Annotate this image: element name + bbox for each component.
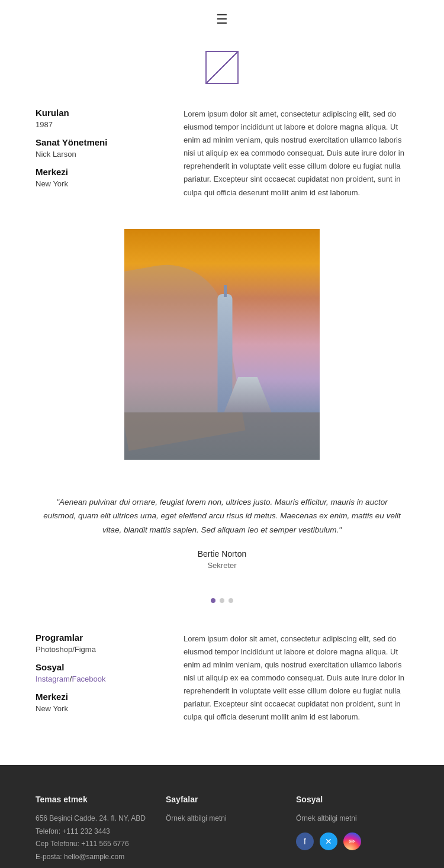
footer-address-line3: Cep Telefonu: +111 565 6776: [36, 838, 148, 851]
footer-address-line1: 656 Beşinci Cadde. 24. fl. NY, ABD: [36, 812, 148, 825]
info-section-1: Kurulan 1987 Sanat Yönetmeni Nick Larson…: [0, 96, 444, 217]
city-image: [124, 229, 320, 460]
quote-author: Bertie Norton: [41, 549, 403, 559]
founded-value: 1987: [36, 120, 166, 129]
image-section: [0, 217, 444, 477]
social-label: Sosyal: [36, 662, 166, 672]
footer-address-line2: Telefon: +111 232 3443: [36, 825, 148, 838]
facebook-icon[interactable]: f: [296, 832, 314, 850]
footer-pages-title: Sayfalar: [166, 795, 278, 804]
hamburger-icon[interactable]: ☰: [216, 12, 228, 27]
footer-social-title: Sosyal: [296, 795, 408, 804]
header: ☰: [0, 0, 444, 33]
footer-col-contact: Temas etmek 656 Beşinci Cadde. 24. fl. N…: [36, 795, 148, 863]
city-image-inner: [124, 229, 320, 460]
footer-social-icons: f ✕ ✏: [296, 832, 408, 850]
footer-col-social: Sosyal Örnek altbilgi metni f ✕ ✏: [296, 795, 408, 863]
info-left-1: Kurulan 1987 Sanat Yönetmeni Nick Larson…: [36, 108, 166, 199]
quote-text: "Aenean pulvinar dui ornare, feugiat lor…: [41, 495, 403, 537]
info-section-2: Programlar Photoshop/Figma Sosyal Instag…: [0, 621, 444, 742]
info-left-2: Programlar Photoshop/Figma Sosyal Instag…: [36, 633, 166, 724]
footer-address: 656 Beşinci Cadde. 24. fl. NY, ABD Telef…: [36, 812, 148, 863]
info-description-2: Lorem ipsum dolor sit amet, consectetur …: [184, 633, 408, 724]
quote-section: "Aenean pulvinar dui ornare, feugiat lor…: [0, 477, 444, 592]
programs-value: Photoshop/Figma: [36, 645, 166, 654]
art-director-value: Nick Larson: [36, 150, 166, 159]
art-director-label: Sanat Yönetmeni: [36, 137, 166, 147]
skyscraper: [218, 294, 233, 412]
center-label-2: Merkezi: [36, 692, 166, 702]
footer-col-pages: Sayfalar Örnek altbilgi metni: [166, 795, 278, 863]
twitter-icon[interactable]: ✕: [320, 832, 337, 850]
instagram-icon[interactable]: ✏: [343, 832, 361, 850]
dot-1[interactable]: [211, 598, 215, 603]
footer: Temas etmek 656 Beşinci Cadde. 24. fl. N…: [0, 765, 444, 868]
dot-2[interactable]: [220, 598, 224, 603]
founded-label: Kurulan: [36, 108, 166, 118]
quote-role: Sekreter: [41, 561, 403, 570]
footer-pages-link1[interactable]: Örnek altbilgi metni: [166, 812, 278, 825]
dot-3[interactable]: [229, 598, 233, 603]
footer-contact-title: Temas etmek: [36, 795, 148, 804]
center-value-1: New York: [36, 179, 166, 188]
logo-area: [0, 33, 444, 96]
instagram-link[interactable]: Instagram: [36, 675, 70, 683]
carousel-dots: [0, 592, 444, 621]
social-links: Instagram/Facebook: [36, 675, 166, 683]
info-description-1: Lorem ipsum dolor sit amet, consectetur …: [184, 108, 408, 199]
footer-grid: Temas etmek 656 Beşinci Cadde. 24. fl. N…: [36, 795, 408, 863]
center-value-2: New York: [36, 704, 166, 713]
center-label-1: Merkezi: [36, 167, 166, 177]
footer-social-link1[interactable]: Örnek altbilgi metni: [296, 812, 408, 825]
logo-icon: [205, 51, 239, 84]
footer-address-line4: E-posta: hello@sample.com: [36, 851, 148, 864]
facebook-link[interactable]: Facebook: [72, 675, 105, 683]
programs-label: Programlar: [36, 633, 166, 643]
